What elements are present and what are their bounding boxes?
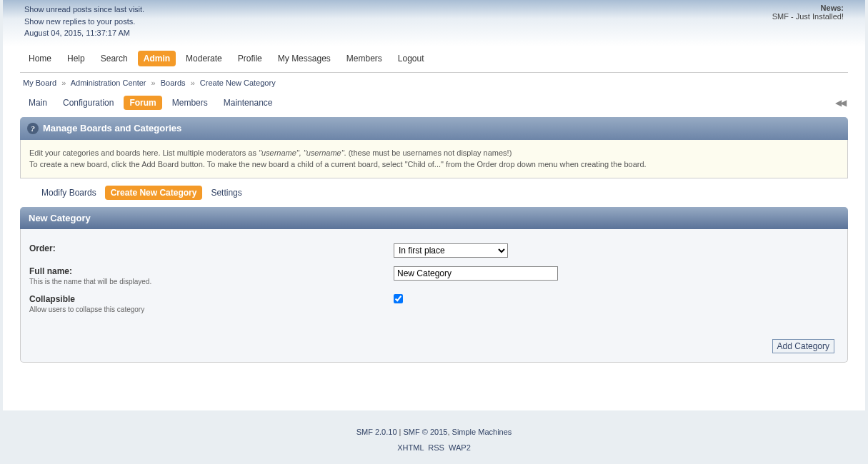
order-label: Order:	[29, 243, 379, 253]
submenu-main[interactable]: Main	[23, 96, 53, 110]
form-title-bar: New Category	[20, 207, 848, 229]
crumb-admin-center[interactable]: Administration Center	[71, 79, 146, 87]
page-wrapper: Show unread posts since last visit. Show…	[3, 0, 865, 410]
submenu-forum[interactable]: Forum	[124, 96, 161, 110]
main-menu: Home Help Search Admin Moderate Profile …	[3, 46, 865, 72]
button-row	[29, 318, 839, 353]
current-datetime: August 04, 2015, 11:37:17 AM	[24, 29, 130, 37]
form-title: New Category	[29, 213, 91, 223]
add-category-button[interactable]	[772, 339, 834, 353]
new-replies-link[interactable]: Show new replies to your posts.	[24, 17, 135, 26]
tab-settings[interactable]: Settings	[205, 186, 247, 200]
menu-admin[interactable]: Admin	[138, 51, 176, 66]
menu-home[interactable]: Home	[23, 51, 57, 66]
footer-simple-machines[interactable]: Simple Machines	[452, 428, 512, 436]
row-fullname: Full name: This is the name that will be…	[29, 262, 839, 290]
crumb-my-board[interactable]: My Board	[23, 79, 56, 87]
news-label: News:	[821, 4, 844, 12]
section-header: ? Manage Boards and Categories	[20, 117, 848, 140]
crumb-create-new-category[interactable]: Create New Category	[200, 79, 276, 87]
help-icon[interactable]: ?	[27, 123, 39, 134]
submenu-maintenance[interactable]: Maintenance	[218, 96, 279, 110]
tab-create-new-category[interactable]: Create New Category	[105, 186, 203, 200]
footer: SMF 2.0.10 | SMF © 2015, Simple Machines…	[0, 410, 868, 459]
info-text-em: "username", "username"	[259, 148, 344, 157]
crumb-boards[interactable]: Boards	[161, 79, 186, 87]
info-text-1b: . (these must be usernames not display n…	[344, 148, 512, 157]
info-text-1a: Edit your categories and boards here. Li…	[29, 148, 259, 157]
menu-members[interactable]: Members	[341, 51, 388, 66]
section-title: Manage Boards and Categories	[43, 123, 181, 133]
collapsible-checkbox[interactable]	[394, 294, 403, 303]
news-box: News: SMF - Just Installed!	[772, 4, 844, 39]
fullname-hint: This is the name that will be displayed.	[29, 278, 379, 286]
crumb-sep: »	[188, 79, 198, 87]
collapse-toggle-icon[interactable]: ◀◀	[835, 98, 845, 108]
breadcrumb: My Board » Administration Center » Board…	[3, 73, 865, 93]
fullname-input[interactable]	[394, 266, 558, 281]
crumb-sep: »	[149, 79, 159, 87]
order-select[interactable]: In first place	[394, 243, 508, 258]
footer-smf-version[interactable]: SMF 2.0.10	[356, 428, 397, 436]
tab-row: Modify Boards Create New Category Settin…	[20, 178, 848, 207]
admin-sub-menu: Main Configuration Forum Members Mainten…	[3, 93, 865, 117]
footer-copyright[interactable]: SMF © 2015	[404, 428, 448, 436]
crumb-sep: »	[59, 79, 69, 87]
menu-profile[interactable]: Profile	[232, 51, 268, 66]
footer-wap2[interactable]: WAP2	[449, 443, 471, 452]
menu-logout[interactable]: Logout	[392, 51, 430, 66]
menu-help[interactable]: Help	[61, 51, 91, 66]
menu-search[interactable]: Search	[95, 51, 134, 66]
info-text-2: To create a new board, click the Add Boa…	[29, 160, 647, 168]
collapsible-label: Collapsible	[29, 294, 379, 304]
top-header: Show unread posts since last visit. Show…	[3, 0, 865, 46]
menu-moderate[interactable]: Moderate	[180, 51, 228, 66]
submenu-configuration[interactable]: Configuration	[57, 96, 119, 110]
footer-xhtml[interactable]: XHTML	[397, 443, 424, 452]
fullname-label: Full name:	[29, 266, 379, 276]
user-links: Show unread posts since last visit. Show…	[24, 4, 144, 39]
row-order: Order: In first place	[29, 239, 839, 262]
submenu-members[interactable]: Members	[166, 96, 214, 110]
unread-posts-link[interactable]: Show unread posts since last visit.	[24, 5, 144, 14]
row-collapsible: Collapsible Allow users to collapse this…	[29, 290, 839, 318]
footer-rss[interactable]: RSS	[428, 443, 444, 452]
main-content: ? Manage Boards and Categories Edit your…	[3, 117, 865, 363]
tab-modify-boards[interactable]: Modify Boards	[36, 186, 102, 200]
news-text: SMF - Just Installed!	[772, 12, 844, 21]
menu-my-messages[interactable]: My Messages	[272, 51, 336, 66]
info-box: Edit your categories and boards here. Li…	[20, 140, 848, 178]
footer-bar: |	[397, 428, 404, 436]
collapsible-hint: Allow users to collapse this category	[29, 306, 379, 313]
form-panel: Order: In first place Full name: This is…	[20, 229, 848, 363]
